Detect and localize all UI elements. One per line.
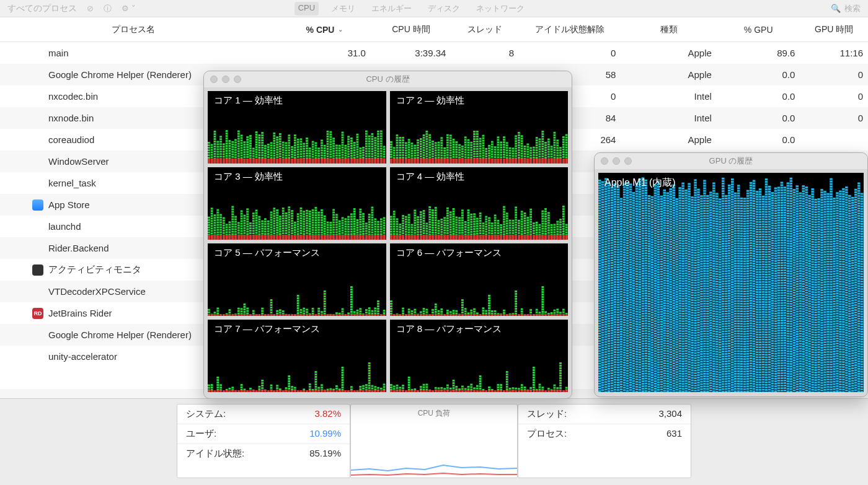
svg-rect-7586 [737, 337, 740, 338]
svg-rect-10828 [861, 273, 863, 273]
col-process-name[interactable]: プロセス名 [0, 24, 278, 35]
tab-energy[interactable]: エネルギー [368, 2, 415, 15]
zoom-icon[interactable] [624, 157, 632, 165]
svg-rect-8160 [759, 348, 761, 349]
svg-rect-9027 [793, 231, 795, 232]
svg-rect-4930 [639, 266, 641, 266]
svg-rect-2635 [520, 227, 523, 228]
svg-rect-1501 [234, 225, 237, 226]
svg-rect-10092 [833, 260, 835, 260]
svg-rect-7730 [743, 307, 746, 308]
svg-rect-8851 [787, 209, 789, 210]
process-scope-label[interactable]: すべてのプロセス [7, 3, 77, 14]
svg-rect-7476 [734, 269, 737, 270]
svg-rect-4242 [614, 208, 616, 208]
svg-rect-8746 [781, 367, 783, 367]
col-cpu-time[interactable]: CPU 時間 [371, 24, 451, 35]
col-idle-wake[interactable]: アイドル状態解除 [519, 24, 621, 35]
svg-rect-8805 [784, 306, 786, 307]
svg-rect-10127 [833, 347, 835, 348]
svg-rect-6066 [681, 229, 684, 230]
svg-rect-5951 [675, 360, 678, 361]
col-kind[interactable]: 種類 [621, 24, 717, 35]
svg-rect-4760 [632, 266, 635, 267]
svg-rect-3503 [359, 390, 361, 392]
svg-rect-4013 [604, 263, 607, 263]
core-label: コア 6 — パフォーマンス [396, 247, 502, 259]
svg-rect-7996 [753, 345, 755, 346]
tab-cpu[interactable]: CPU [294, 2, 319, 15]
svg-rect-2778 [559, 233, 562, 234]
minimize-icon[interactable] [222, 76, 229, 83]
core-label: コア 5 — パフォーマンス [214, 247, 320, 259]
stop-icon[interactable]: ⊘ [87, 4, 94, 13]
svg-rect-7714 [743, 268, 746, 268]
svg-rect-1154 [503, 159, 505, 164]
window-controls[interactable] [210, 76, 241, 83]
svg-rect-6764 [706, 334, 709, 335]
svg-rect-2155 [399, 235, 401, 240]
zoom-icon[interactable] [234, 76, 241, 83]
col-gpu[interactable]: % GPU [717, 25, 800, 35]
svg-rect-6958 [715, 208, 718, 208]
search-field[interactable]: 🔍 検索 [831, 3, 861, 14]
svg-rect-6741 [706, 277, 709, 277]
svg-rect-7420 [731, 331, 733, 331]
svg-rect-1910 [332, 216, 335, 216]
svg-rect-9097 [796, 197, 799, 198]
svg-rect-7195 [722, 390, 724, 391]
gpu-history-window[interactable]: GPU の履歴 Apple M1 (内蔵) [594, 152, 868, 397]
svg-rect-1212 [520, 142, 523, 142]
svg-rect-10793 [857, 385, 860, 385]
col-cpu[interactable]: % CPU⌄ [278, 25, 371, 35]
svg-rect-2086 [377, 225, 379, 226]
svg-rect-5525 [660, 310, 663, 311]
svg-rect-5470 [657, 370, 660, 371]
svg-rect-4960 [639, 341, 641, 341]
table-row[interactable]: main31.03:39.3480Apple89.611:16 [0, 42, 868, 64]
svg-rect-8782 [784, 248, 786, 249]
svg-rect-5187 [648, 280, 650, 281]
svg-rect-6167 [684, 279, 687, 280]
gpu-history-titlebar[interactable]: GPU の履歴 [595, 153, 867, 169]
close-icon[interactable] [210, 76, 218, 83]
info-icon[interactable]: ⓘ [104, 3, 112, 14]
svg-rect-9626 [814, 308, 817, 309]
svg-rect-6515 [697, 321, 699, 321]
svg-rect-7793 [746, 262, 749, 263]
svg-rect-4205 [611, 326, 613, 327]
tab-disk[interactable]: ディスク [424, 2, 464, 15]
svg-rect-1849 [315, 235, 317, 240]
svg-rect-6158 [684, 256, 687, 257]
svg-rect-10553 [851, 201, 854, 202]
cpu-history-titlebar[interactable]: CPU の履歴 [204, 71, 572, 87]
close-icon[interactable] [601, 157, 608, 165]
cpu-history-window[interactable]: CPU の履歴 コア 1 — 効率性コア 2 — 効率性コア 3 — 効率性コア… [203, 71, 572, 399]
tab-network[interactable]: ネットワーク [472, 2, 528, 15]
tab-memory[interactable]: メモリ [327, 2, 359, 15]
svg-rect-4997 [642, 217, 644, 217]
svg-rect-6474 [697, 218, 699, 219]
svg-rect-6924 [712, 322, 715, 323]
svg-rect-4734 [632, 201, 635, 202]
svg-rect-6901 [712, 264, 715, 265]
svg-rect-6915 [712, 300, 715, 300]
svg-rect-2704 [538, 235, 541, 240]
svg-rect-6912 [712, 292, 715, 292]
svg-rect-1490 [231, 225, 234, 226]
svg-rect-5901 [675, 235, 678, 236]
svg-rect-461 [324, 159, 326, 164]
col-gpu-time[interactable]: GPU 時間 [800, 24, 868, 35]
svg-rect-4876 [636, 345, 638, 346]
gear-icon[interactable]: ⚙︎ ˅ [122, 4, 136, 13]
svg-rect-4280 [614, 303, 616, 304]
svg-rect-2185 [407, 229, 410, 229]
svg-rect-7849 [750, 191, 752, 192]
svg-rect-9191 [799, 232, 801, 232]
col-threads[interactable]: スレッド [451, 24, 520, 35]
svg-rect-8054 [756, 288, 758, 289]
window-controls[interactable] [601, 157, 632, 165]
minimize-icon[interactable] [613, 157, 620, 165]
svg-rect-4597 [626, 271, 629, 272]
svg-rect-2133 [392, 230, 395, 230]
